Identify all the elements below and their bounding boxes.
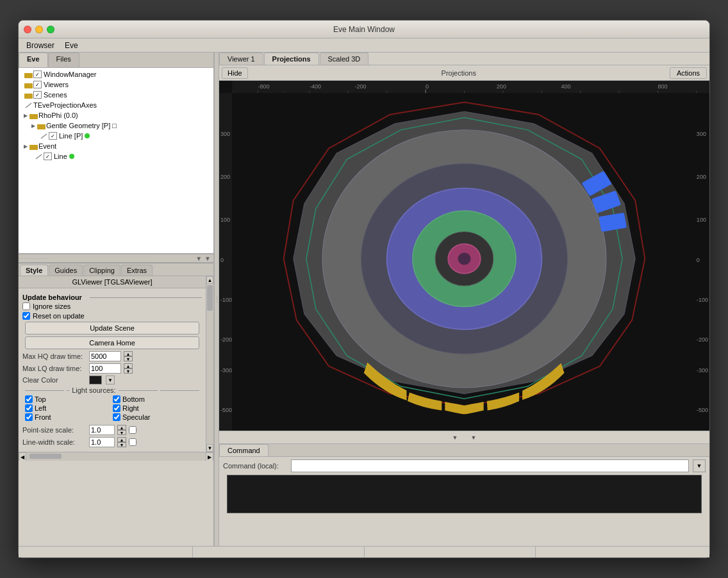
line-width-input[interactable] bbox=[89, 437, 115, 447]
update-scene-button[interactable]: Update Scene bbox=[25, 322, 199, 334]
maximize-button[interactable] bbox=[47, 26, 54, 33]
camera-home-button[interactable]: Camera Home bbox=[25, 336, 199, 349]
max-lq-up[interactable]: ▲ bbox=[124, 363, 133, 368]
svg-text:400: 400 bbox=[561, 84, 570, 90]
light-bottom: Bottom bbox=[113, 395, 199, 403]
svg-rect-16 bbox=[232, 81, 709, 93]
point-size-up[interactable]: ▲ bbox=[117, 425, 126, 430]
tab-files[interactable]: Files bbox=[48, 53, 79, 67]
checkbox-reset-on-update[interactable] bbox=[22, 312, 30, 320]
tab-eve[interactable]: Eve bbox=[19, 53, 48, 67]
tree-item-line-p[interactable]: ✓ Line [P] bbox=[19, 131, 213, 141]
max-lq-down[interactable]: ▼ bbox=[124, 368, 133, 374]
point-size-down[interactable]: ▼ bbox=[117, 430, 126, 435]
scroll-down-btn[interactable]: ▼ bbox=[206, 444, 213, 452]
update-behaviour-section: Update behaviour bbox=[22, 293, 202, 301]
tree-item-scenes[interactable]: ✓ Scenes bbox=[19, 90, 213, 100]
tree-item-viewers[interactable]: ✓ Viewers bbox=[19, 79, 213, 90]
line-width-spinner: ▲ ▼ bbox=[117, 437, 126, 447]
checkbox-linep[interactable]: ✓ bbox=[49, 132, 57, 140]
point-size-input[interactable] bbox=[89, 425, 115, 435]
light-sources-section: Light sources: bbox=[22, 386, 202, 394]
tree-item-event[interactable]: ▶ Event bbox=[19, 141, 213, 151]
traffic-lights bbox=[24, 26, 54, 33]
svg-text:-100: -100 bbox=[697, 297, 708, 303]
max-hq-down[interactable]: ▼ bbox=[124, 356, 133, 361]
line-width-checkbox[interactable] bbox=[129, 438, 136, 446]
line-width-up[interactable]: ▲ bbox=[117, 437, 126, 442]
scroll-thumb[interactable] bbox=[207, 285, 213, 311]
close-button[interactable] bbox=[24, 26, 31, 33]
hscrollbar-thumb[interactable] bbox=[29, 454, 62, 459]
hscrollbar-track[interactable] bbox=[26, 452, 206, 461]
max-lq-input[interactable] bbox=[89, 363, 121, 374]
tree-label-event: Event bbox=[38, 142, 56, 150]
expand-down-icon[interactable]: ▼ bbox=[452, 434, 458, 441]
checkbox-scenes[interactable]: ✓ bbox=[33, 91, 42, 99]
checkbox-right[interactable] bbox=[113, 404, 120, 412]
tree-area[interactable]: ✓ WindowManager ✓ Viewers ✓ bbox=[19, 68, 213, 254]
color-dropdown-button[interactable]: ▼ bbox=[106, 376, 115, 384]
command-input[interactable] bbox=[291, 459, 689, 472]
dot-linep bbox=[85, 133, 90, 138]
tree-label-gentle: Gentle Geometry [P] □ bbox=[46, 122, 117, 129]
tab-extras[interactable]: Extras bbox=[121, 265, 153, 276]
style-scroll-area: GLViewer [TGLSAViewer] Update behaviour … bbox=[19, 276, 206, 452]
tree-item-gentle-geom[interactable]: ▶ Gentle Geometry [P] □ bbox=[19, 120, 213, 131]
command-dropdown-btn[interactable]: ▼ bbox=[693, 459, 706, 472]
actions-button[interactable]: Actions bbox=[670, 67, 707, 79]
checkbox-line[interactable]: ✓ bbox=[44, 153, 52, 160]
tab-viewer1[interactable]: Viewer 1 bbox=[219, 53, 263, 65]
checkbox-left[interactable] bbox=[25, 404, 33, 412]
tab-clipping[interactable]: Clipping bbox=[83, 265, 120, 276]
menu-browser[interactable]: Browser bbox=[21, 40, 60, 51]
svg-rect-8 bbox=[29, 114, 33, 116]
tab-guides[interactable]: Guides bbox=[49, 265, 83, 276]
tab-scaled3d[interactable]: Scaled 3D bbox=[320, 53, 369, 65]
tree-item-windowmanager[interactable]: ✓ WindowManager bbox=[19, 69, 213, 79]
panel-divider[interactable]: ····· bbox=[214, 53, 219, 546]
main-area: Eve Files ✓ WindowManager bbox=[19, 53, 709, 546]
max-hq-input[interactable] bbox=[89, 351, 121, 361]
checkbox-windowmanager[interactable]: ✓ bbox=[33, 70, 42, 78]
max-lq-spinner: ▲ ▼ bbox=[124, 363, 133, 374]
left-panel-vscrollbar[interactable]: ▲ ▼ bbox=[206, 276, 213, 452]
scroll-left-btn[interactable]: ◀ bbox=[19, 452, 26, 461]
svg-text:300: 300 bbox=[220, 131, 230, 137]
hide-button[interactable]: Hide bbox=[222, 67, 248, 79]
tree-item-rhophi[interactable]: ▶ RhoPhi (0.0) bbox=[19, 110, 213, 120]
checkbox-ignore-sizes[interactable] bbox=[22, 302, 30, 310]
command-text-display bbox=[227, 475, 702, 513]
folder-icon-scenes bbox=[24, 90, 33, 99]
point-size-checkbox[interactable] bbox=[129, 426, 136, 434]
svg-text:-500: -500 bbox=[220, 407, 232, 413]
clear-color-swatch[interactable] bbox=[89, 376, 102, 384]
checkbox-specular[interactable] bbox=[113, 413, 120, 421]
tab-style[interactable]: Style bbox=[20, 265, 48, 276]
tree-item-line[interactable]: ✓ Line bbox=[19, 151, 213, 161]
checkbox-top[interactable] bbox=[25, 395, 33, 403]
checkbox-viewers[interactable]: ✓ bbox=[33, 81, 42, 88]
folder-icon-rhophi bbox=[29, 111, 38, 120]
vertical-divider[interactable]: · · · · · · · · · · · ▼ ▼ bbox=[19, 254, 213, 263]
menu-eve[interactable]: Eve bbox=[60, 40, 83, 51]
max-hq-label: Max HQ draw time: bbox=[22, 352, 87, 360]
tree-item-tprojaxes[interactable]: TEveProjectionAxes bbox=[19, 100, 213, 110]
tab-command[interactable]: Command bbox=[219, 444, 269, 456]
line-width-row: Line-width scale: ▲ ▼ bbox=[22, 437, 202, 447]
max-hq-up[interactable]: ▲ bbox=[124, 351, 133, 356]
scroll-right-btn[interactable]: ▶ bbox=[206, 452, 213, 461]
line-width-down[interactable]: ▼ bbox=[117, 442, 126, 447]
folder-icon-event bbox=[29, 142, 38, 151]
point-size-spinner: ▲ ▼ bbox=[117, 425, 126, 435]
minimize-button[interactable] bbox=[35, 26, 43, 33]
tree-label-windowmanager: WindowManager bbox=[44, 70, 97, 78]
canvas-area[interactable]: -800 -400 -200 0 200 400 800 300 200 100… bbox=[219, 81, 709, 431]
expand-down-icon2[interactable]: ▼ bbox=[471, 434, 477, 441]
scroll-up-btn[interactable]: ▲ bbox=[206, 276, 213, 284]
light-specular: Specular bbox=[113, 413, 199, 421]
svg-text:200: 200 bbox=[220, 174, 230, 180]
checkbox-front[interactable] bbox=[25, 413, 33, 421]
checkbox-bottom[interactable] bbox=[113, 395, 120, 403]
tab-projections[interactable]: Projections bbox=[264, 53, 319, 65]
